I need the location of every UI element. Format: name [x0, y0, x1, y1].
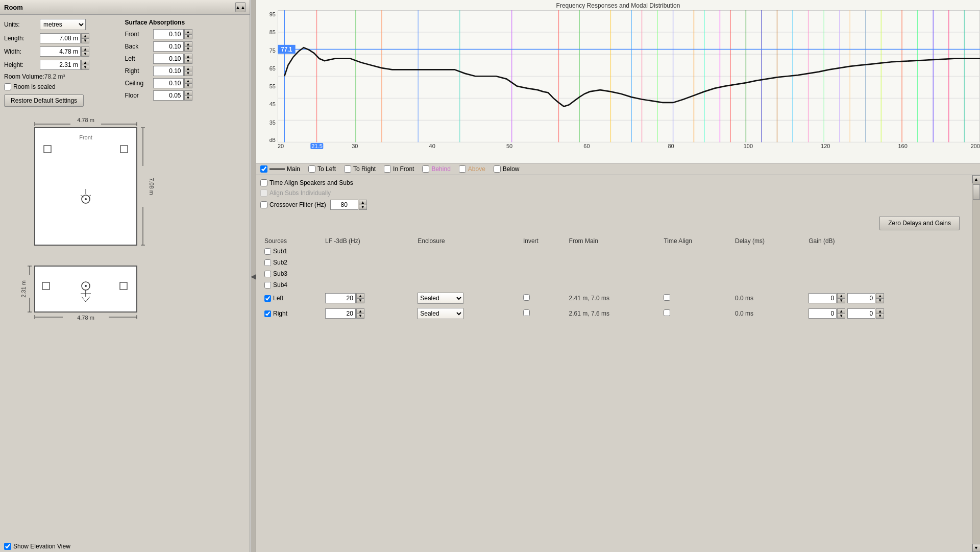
left-gain-down[interactable]: ▼	[876, 298, 884, 303]
time-align-checkbox[interactable]	[260, 179, 267, 186]
ceiling-down[interactable]: ▼	[184, 83, 192, 88]
left-enclosure-select[interactable]: Sealed Ported	[418, 293, 463, 304]
left-lf-down[interactable]: ▼	[356, 298, 364, 303]
right-lf-up[interactable]: ▲	[356, 308, 364, 314]
y-35: 35	[270, 119, 276, 126]
units-label: Units:	[4, 21, 40, 28]
back-row: Back ▲ ▼	[125, 41, 246, 52]
width-input[interactable]	[40, 46, 81, 57]
right-abs-up[interactable]: ▲	[184, 66, 192, 71]
scrollbar-thumb[interactable]	[973, 184, 980, 200]
floor-input[interactable]	[153, 90, 184, 101]
align-subs-checkbox[interactable]	[260, 189, 267, 197]
back-input[interactable]	[153, 41, 184, 52]
left-delay-down[interactable]: ▼	[837, 298, 845, 303]
legend-below-checkbox[interactable]	[494, 165, 501, 173]
left-checkbox[interactable]	[264, 295, 271, 302]
length-input[interactable]	[40, 33, 81, 43]
sub2-checkbox[interactable]	[264, 259, 271, 266]
th-invert: Invert	[519, 236, 565, 246]
back-down[interactable]: ▼	[184, 46, 192, 52]
room-sealed-checkbox[interactable]	[4, 83, 11, 90]
collapse-button[interactable]: ▲▲	[235, 2, 246, 12]
right-abs-down[interactable]: ▼	[184, 71, 192, 76]
right-lf-input[interactable]	[325, 308, 356, 319]
right-gain-up[interactable]: ▲	[876, 308, 884, 314]
right-lf-down[interactable]: ▼	[356, 314, 364, 319]
right-delay-input[interactable]	[808, 308, 837, 319]
right-delay-down[interactable]: ▼	[837, 314, 845, 319]
legend-toleft-checkbox[interactable]	[308, 165, 315, 173]
legend-toright-checkbox[interactable]	[344, 165, 351, 173]
right-checkbox[interactable]	[264, 310, 271, 317]
legend-above-checkbox[interactable]	[459, 165, 466, 173]
x-axis: 20 21.5 30 40 50 60 80 100 120 160 200 H…	[278, 143, 980, 153]
scrollbar-up-button[interactable]: ▲	[972, 175, 981, 183]
right-gain-input[interactable]	[847, 308, 875, 319]
floor-spinners: ▲ ▼	[184, 90, 192, 101]
crossover-up[interactable]: ▲	[359, 200, 367, 205]
legend-infront-checkbox[interactable]	[384, 165, 391, 173]
length-down[interactable]: ▼	[81, 38, 89, 43]
crossover-checkbox[interactable]	[260, 201, 267, 208]
show-elevation-label: Show Elevation View	[13, 543, 70, 550]
svg-text:4.78 m: 4.78 m	[77, 315, 94, 321]
sub1-checkbox[interactable]	[264, 248, 271, 255]
legend-main-checkbox[interactable]	[260, 165, 267, 173]
height-up[interactable]: ▲	[81, 60, 89, 65]
floor-down[interactable]: ▼	[184, 95, 192, 101]
right-gain-down[interactable]: ▼	[876, 314, 884, 319]
sub3-checkbox[interactable]	[264, 271, 271, 277]
left-abs-up[interactable]: ▲	[184, 54, 192, 59]
restore-default-button[interactable]: Restore Default Settings	[4, 94, 84, 107]
legend-toleft: To Left	[308, 165, 336, 173]
right-invert-checkbox[interactable]	[523, 309, 530, 316]
length-up[interactable]: ▲	[81, 33, 89, 38]
front-input[interactable]	[153, 29, 184, 39]
show-elevation-row: Show Elevation View	[0, 541, 250, 552]
x-20: 20	[278, 143, 284, 149]
ceiling-up[interactable]: ▲	[184, 78, 192, 83]
sub4-checkbox[interactable]	[264, 282, 271, 289]
scrollbar-down-button[interactable]: ▼	[972, 544, 981, 552]
left-lf-up[interactable]: ▲	[356, 293, 364, 298]
width-down[interactable]: ▼	[81, 52, 89, 57]
show-elevation-checkbox[interactable]	[4, 543, 11, 550]
left-invert-checkbox[interactable]	[523, 294, 530, 301]
right-abs-input[interactable]	[153, 66, 184, 76]
right-delay-up[interactable]: ▲	[837, 308, 845, 314]
left-lf-input[interactable]	[325, 293, 356, 303]
ceiling-input[interactable]	[153, 78, 184, 88]
chart-svg-wrapper[interactable]: 77.1 20 21.5 30 40 50 60 80	[278, 10, 980, 153]
crossover-input[interactable]	[330, 200, 358, 210]
right-timealign-checkbox[interactable]	[664, 309, 670, 316]
left-abs-down[interactable]: ▼	[184, 59, 192, 64]
left-delay-input[interactable]	[808, 293, 837, 303]
back-up[interactable]: ▲	[184, 41, 192, 46]
left-timealign-checkbox[interactable]	[664, 294, 670, 301]
svg-point-23	[85, 285, 87, 287]
front-down[interactable]: ▼	[184, 34, 192, 39]
svg-text:7.08 m: 7.08 m	[149, 178, 155, 195]
left-gain-up[interactable]: ▲	[876, 293, 884, 298]
height-input[interactable]	[40, 60, 81, 70]
width-up[interactable]: ▲	[81, 46, 89, 52]
right-enclosure-select[interactable]: Sealed Ported	[418, 308, 463, 319]
left-delay-up[interactable]: ▲	[837, 293, 845, 298]
left-abs-input[interactable]	[153, 54, 184, 64]
legend-row: Main To Left To Right In Front Behind Ab…	[256, 163, 980, 175]
diagrams-area: 4.78 m Front 7.08 m	[0, 111, 250, 541]
length-label: Length:	[4, 35, 40, 42]
th-sources: Sources	[260, 236, 321, 246]
x-120: 120	[821, 143, 830, 149]
sealed-row: Room is sealed	[4, 83, 125, 90]
zero-delays-button[interactable]: Zero Delays and Gains	[879, 216, 960, 230]
left-gain-input[interactable]	[847, 293, 875, 303]
front-up[interactable]: ▲	[184, 29, 192, 34]
panel-divider[interactable]: ◀	[250, 0, 256, 552]
units-select[interactable]: metres feet	[40, 19, 86, 30]
floor-up[interactable]: ▲	[184, 90, 192, 95]
crossover-down[interactable]: ▼	[359, 205, 367, 210]
legend-behind-checkbox[interactable]	[422, 165, 429, 173]
height-down[interactable]: ▼	[81, 65, 89, 70]
